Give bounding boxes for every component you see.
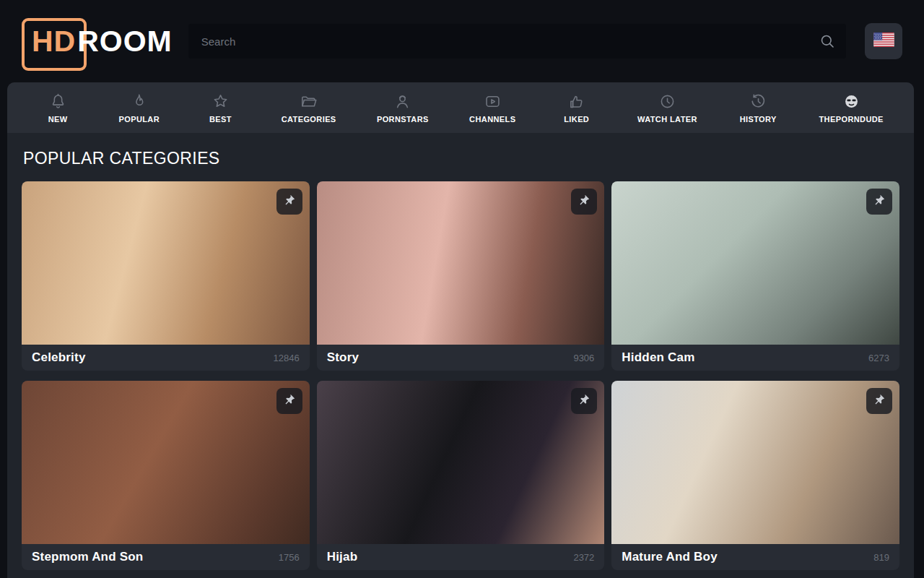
clock-icon	[658, 92, 677, 111]
pin-button[interactable]	[276, 388, 302, 414]
play-channel-icon	[483, 92, 502, 111]
main-navbar: NEW POPULAR BEST CATEGORIES PORNSTARS CH…	[7, 82, 914, 133]
nav-item[interactable]: THEPORNDUDE	[819, 92, 883, 124]
pin-icon	[872, 392, 886, 410]
thumb-up-icon	[567, 92, 586, 111]
nav-item-label: HISTORY	[740, 115, 777, 124]
page-title: POPULAR CATEGORIES	[23, 149, 899, 168]
pin-icon	[282, 392, 297, 410]
pin-icon	[872, 193, 886, 210]
site-logo[interactable]: HD ROOM	[22, 18, 173, 65]
nav-item[interactable]: CHANNELS	[469, 92, 515, 124]
category-count: 819	[873, 552, 889, 563]
pin-button[interactable]	[571, 189, 597, 215]
category-card-footer: Mature And Boy 819	[611, 544, 899, 570]
category-title: Mature And Boy	[622, 550, 718, 564]
pin-button[interactable]	[571, 388, 597, 414]
us-flag-icon	[873, 33, 894, 50]
top-header: HD ROOM	[0, 0, 924, 82]
nav-item[interactable]: PORNSTARS	[377, 92, 429, 124]
search-bar	[188, 24, 846, 59]
category-card[interactable]: Stepmom And Son 1756	[22, 381, 310, 570]
category-title: Hijab	[327, 550, 358, 564]
category-count: 9306	[573, 353, 594, 363]
language-button[interactable]	[865, 23, 902, 59]
category-card[interactable]: Celebrity 12846	[22, 181, 310, 371]
nav-item[interactable]: HISTORY	[738, 92, 778, 124]
search-icon[interactable]	[819, 33, 836, 50]
category-grid: Celebrity 12846 Story 9306 Hidden Cam 62…	[22, 181, 899, 570]
category-thumbnail	[317, 181, 605, 345]
category-thumbnail	[317, 381, 605, 544]
nav-item-label: WATCH LATER	[637, 115, 697, 124]
category-thumbnail	[611, 181, 899, 345]
sunglasses-face-icon	[842, 92, 861, 111]
category-title: Stepmom And Son	[32, 550, 143, 564]
nav-item-label: CATEGORIES	[282, 115, 336, 124]
nav-item-label: PORNSTARS	[377, 115, 429, 124]
star-icon	[211, 92, 230, 111]
category-card[interactable]: Hidden Cam 6273	[611, 181, 899, 371]
nav-item-label: BEST	[209, 115, 232, 124]
category-count: 6273	[868, 353, 889, 363]
nav-item[interactable]: CATEGORIES	[282, 92, 336, 124]
person-icon	[393, 92, 412, 111]
search-input[interactable]	[188, 24, 846, 59]
pin-icon	[577, 193, 591, 210]
nav-item-label: LIKED	[564, 115, 589, 124]
category-thumbnail	[22, 181, 310, 345]
logo-room-text: ROOM	[77, 27, 173, 56]
category-count: 2372	[573, 552, 594, 563]
nav-item-label: THEPORNDUDE	[819, 115, 883, 124]
pin-icon	[282, 193, 297, 210]
category-card[interactable]: Story 9306	[317, 181, 605, 371]
pin-button[interactable]	[276, 189, 302, 215]
category-title: Hidden Cam	[622, 350, 694, 365]
category-thumbnail	[611, 381, 899, 544]
nav-item-label: POPULAR	[118, 115, 160, 124]
logo-hd-text: HD	[32, 27, 76, 56]
category-card[interactable]: Mature And Boy 819	[611, 381, 899, 570]
pin-button[interactable]	[866, 189, 892, 215]
bell-icon	[48, 92, 68, 111]
category-card-footer: Hijab 2372	[317, 544, 605, 570]
pin-icon	[577, 392, 591, 410]
nav-item[interactable]: NEW	[38, 92, 78, 124]
pin-button[interactable]	[866, 388, 892, 414]
nav-item[interactable]: WATCH LATER	[637, 92, 697, 124]
history-icon	[749, 92, 768, 111]
category-card[interactable]: Hijab 2372	[317, 381, 605, 570]
content-wrapper: NEW POPULAR BEST CATEGORIES PORNSTARS CH…	[7, 82, 914, 578]
nav-item[interactable]: POPULAR	[118, 92, 160, 124]
category-title: Celebrity	[32, 350, 86, 365]
category-count: 1756	[279, 552, 300, 563]
category-card-footer: Stepmom And Son 1756	[22, 544, 310, 570]
category-card-footer: Celebrity 12846	[22, 345, 310, 371]
nav-item[interactable]: BEST	[200, 92, 240, 124]
nav-item-label: NEW	[48, 115, 68, 124]
category-card-footer: Hidden Cam 6273	[611, 345, 899, 371]
folder-icon	[299, 92, 318, 111]
category-count: 12846	[274, 353, 300, 363]
nav-item[interactable]: LIKED	[557, 92, 597, 124]
category-card-footer: Story 9306	[317, 345, 605, 371]
category-title: Story	[327, 350, 359, 365]
main-content: POPULAR CATEGORIES Celebrity 12846 Story…	[7, 133, 914, 570]
nav-item-label: CHANNELS	[469, 115, 515, 124]
category-thumbnail	[22, 381, 310, 544]
flame-icon	[129, 92, 149, 111]
